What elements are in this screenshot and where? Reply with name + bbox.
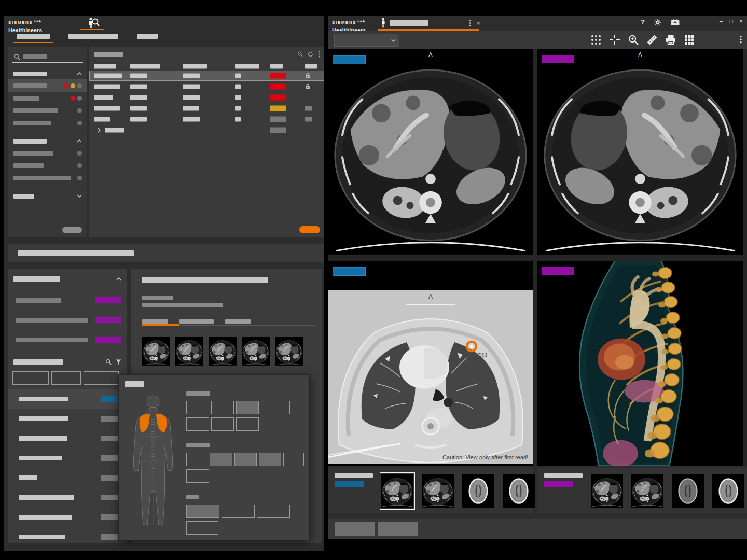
sidebar-item[interactable] <box>8 79 87 92</box>
anatomy-region-box[interactable] <box>186 521 218 535</box>
dot-grid-icon[interactable] <box>590 34 602 46</box>
worklist-row[interactable] <box>8 428 127 448</box>
filter-icon[interactable] <box>116 359 121 365</box>
redacted-text-bar <box>94 64 116 69</box>
viewport-abdomen-1[interactable]: A <box>328 49 533 255</box>
worklist-filter-button[interactable] <box>12 371 49 385</box>
tab-kebab-icon[interactable] <box>469 20 471 26</box>
footer-button[interactable] <box>335 522 375 536</box>
series-thumbnail[interactable] <box>630 472 665 510</box>
anatomy-region-box[interactable] <box>236 401 259 414</box>
worklist-rows <box>8 389 127 547</box>
printer-icon[interactable] <box>665 34 676 46</box>
footer-button[interactable] <box>378 522 418 536</box>
anatomy-region-box[interactable] <box>186 417 209 431</box>
anatomy-region-box[interactable] <box>210 453 232 466</box>
gear-icon[interactable] <box>654 19 661 26</box>
sidebar-item[interactable] <box>8 147 87 159</box>
worklist-row[interactable] <box>8 409 127 428</box>
worklist-row[interactable] <box>8 389 127 409</box>
browser-tab[interactable] <box>11 31 55 43</box>
series-thumbnail[interactable] <box>380 472 415 510</box>
worklist-row[interactable] <box>8 507 127 527</box>
status-dots <box>77 151 82 156</box>
expand-row[interactable] <box>89 125 324 135</box>
worklist-search-icon[interactable] <box>105 359 112 365</box>
series-thumbnail[interactable] <box>420 472 455 510</box>
study-row[interactable] <box>89 92 324 103</box>
anatomy-region-box[interactable] <box>222 505 255 518</box>
anatomy-region-box[interactable] <box>211 417 234 431</box>
table-search-icon[interactable] <box>297 51 303 57</box>
sidebar-item[interactable] <box>8 92 87 104</box>
close-button[interactable]: × <box>739 18 743 25</box>
layout-select[interactable] <box>334 34 399 47</box>
study-row[interactable] <box>89 103 324 114</box>
preview-thumbnail[interactable] <box>209 337 237 366</box>
viewport-chest[interactable]: A C11 Caution: View only after first rea… <box>328 261 533 466</box>
series-thumbnail[interactable] <box>501 472 536 510</box>
viewport-3d-vrt[interactable] <box>537 261 743 466</box>
sidebar-group-header[interactable] <box>8 68 87 79</box>
sidebar-item[interactable] <box>8 104 87 117</box>
kebab-menu-icon[interactable] <box>318 51 320 58</box>
worklist-filter-button[interactable] <box>84 371 119 385</box>
zoom-icon[interactable] <box>628 34 639 46</box>
crosshair-icon[interactable] <box>609 34 620 46</box>
worklist-row[interactable] <box>8 468 127 487</box>
viewport-abdomen-2[interactable]: A <box>537 49 743 255</box>
anatomy-region-box[interactable] <box>257 505 290 518</box>
sidebar-item[interactable] <box>8 159 87 172</box>
sidebar-group-header[interactable] <box>8 135 87 147</box>
primary-action-button[interactable] <box>299 226 320 233</box>
anatomy-region-box[interactable] <box>186 453 208 466</box>
anatomy-region-box[interactable] <box>283 453 304 466</box>
patient-search-app-tab[interactable] <box>82 17 104 29</box>
maximize-button[interactable]: □ <box>729 18 733 25</box>
detail-panel-header[interactable] <box>13 274 121 284</box>
worklist-filter-button[interactable] <box>51 371 81 385</box>
worklist-row[interactable] <box>8 448 127 468</box>
layout-grid-icon[interactable] <box>684 34 695 46</box>
browser-tab[interactable] <box>63 31 123 43</box>
browser-tab[interactable] <box>132 31 163 43</box>
refresh-icon[interactable] <box>308 51 313 57</box>
anatomy-region-box[interactable] <box>261 401 290 414</box>
redacted-text-bar <box>183 85 200 89</box>
anatomy-row <box>186 401 304 414</box>
study-row[interactable] <box>89 114 324 124</box>
patient-tab[interactable]: × <box>378 17 482 29</box>
sidebar-group-header[interactable] <box>8 190 87 202</box>
anatomy-region-box[interactable] <box>186 505 219 518</box>
preview-thumbnail[interactable] <box>142 337 170 366</box>
series-thumbnail[interactable] <box>670 472 706 510</box>
anatomy-region-box[interactable] <box>186 401 209 414</box>
worklist-row[interactable] <box>8 487 127 507</box>
study-row[interactable] <box>89 71 324 81</box>
anatomy-region-box[interactable] <box>211 401 234 414</box>
document-text-bar <box>142 303 223 307</box>
worklist-row[interactable] <box>8 527 127 547</box>
series-thumbnail[interactable] <box>589 472 625 510</box>
help-icon[interactable]: ? <box>641 18 645 26</box>
minimize-button[interactable]: – <box>720 18 723 25</box>
toolbar-kebab-icon[interactable] <box>740 35 742 44</box>
redacted-text-bar <box>19 475 37 480</box>
preview-thumbnail[interactable] <box>175 337 203 366</box>
sidebar-item[interactable] <box>8 117 87 129</box>
series-thumbnail[interactable] <box>711 472 746 510</box>
preview-thumbnail[interactable] <box>275 337 303 366</box>
anatomy-region-box[interactable] <box>236 417 259 431</box>
ruler-icon[interactable] <box>646 34 658 46</box>
sidebar-item[interactable] <box>8 172 87 184</box>
anatomy-region-box[interactable] <box>234 453 257 466</box>
study-row[interactable] <box>89 81 324 92</box>
anatomy-region-box[interactable] <box>259 453 281 466</box>
series-thumbnail[interactable] <box>461 472 496 510</box>
preview-thumbnail[interactable] <box>242 337 270 366</box>
anatomy-region-box[interactable] <box>186 469 209 483</box>
sidebar-action-button[interactable] <box>62 227 82 233</box>
briefcase-icon[interactable] <box>671 19 680 26</box>
tab-close-icon[interactable]: × <box>476 19 480 27</box>
sidebar-search-input[interactable] <box>12 51 83 63</box>
